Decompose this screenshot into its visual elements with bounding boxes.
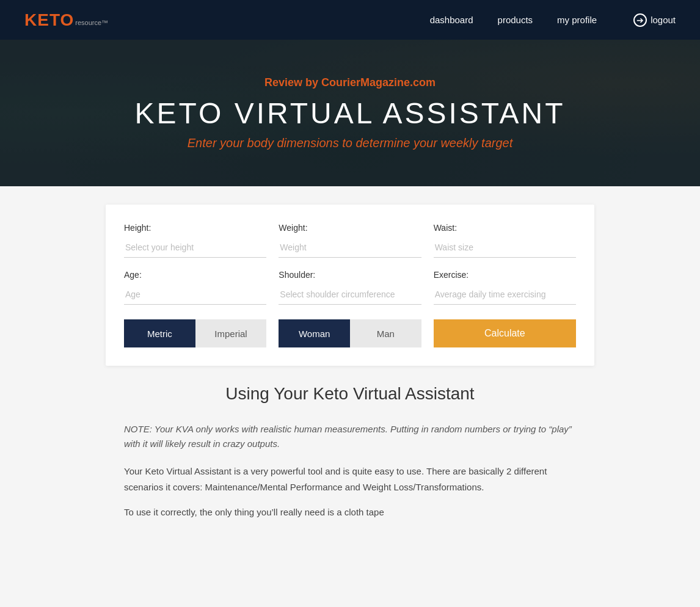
shoulder-group: Shoulder: (279, 270, 421, 305)
navigation: KETO resource™ dashboard products my pro… (0, 0, 700, 40)
btn-calculate[interactable]: Calculate (434, 319, 576, 347)
unit-toggle-group: Metric Imperial (124, 319, 266, 347)
height-group: Height: (124, 223, 266, 258)
content-para-1: Your Keto Virtual Assistant is a very po… (124, 463, 576, 495)
exercise-label: Exercise: (434, 270, 576, 280)
logout-label: logout (651, 15, 676, 25)
nav-item-my-profile[interactable]: my profile (557, 15, 597, 26)
shoulder-input[interactable] (279, 285, 421, 305)
waist-input[interactable] (434, 238, 576, 258)
nav-link-my-profile[interactable]: my profile (557, 15, 597, 25)
logo: KETO resource™ (24, 10, 108, 30)
shoulder-label: Shoulder: (279, 270, 421, 280)
btn-man[interactable]: Man (350, 319, 421, 347)
nav-item-dashboard[interactable]: dashboard (430, 15, 473, 26)
hero-content: Review by CourierMagazine.com KETO VIRTU… (134, 76, 565, 150)
calculate-group: Calculate (434, 319, 576, 347)
weight-label: Weight: (279, 223, 421, 233)
nav-links: dashboard products my profile (430, 15, 597, 26)
weight-input[interactable] (279, 238, 421, 258)
logout-icon: ➔ (633, 13, 647, 27)
height-label: Height: (124, 223, 266, 233)
hero-title: KETO VIRTUAL ASSISTANT (134, 96, 565, 130)
nav-link-products[interactable]: products (498, 15, 533, 25)
age-input[interactable] (124, 285, 266, 305)
exercise-input[interactable] (434, 285, 576, 305)
exercise-group: Exercise: (434, 270, 576, 305)
hero-subtitle: Enter your body dimensions to determine … (134, 136, 565, 150)
form-grid: Height: Weight: Waist: Age: Shoulder: Ex… (124, 223, 576, 305)
content-section: Using Your Keto Virtual Assistant NOTE: … (112, 384, 588, 520)
logo-keto: KETO (24, 10, 74, 29)
nav-link-dashboard[interactable]: dashboard (430, 15, 473, 25)
nav-item-products[interactable]: products (498, 15, 533, 26)
button-rows: Metric Imperial Woman Man Calculate (124, 319, 576, 347)
logout-button[interactable]: ➔ logout (633, 13, 676, 27)
btn-woman[interactable]: Woman (279, 319, 350, 347)
hero-review: Review by CourierMagazine.com (134, 76, 565, 89)
hero-section: Review by CourierMagazine.com KETO VIRTU… (0, 40, 700, 186)
logo-text: KETO (24, 10, 74, 30)
height-input[interactable] (124, 238, 266, 258)
weight-group: Weight: (279, 223, 421, 258)
content-title: Using Your Keto Virtual Assistant (124, 384, 576, 404)
gender-toggle-group: Woman Man (279, 319, 421, 347)
content-note: NOTE: Your KVA only works with realistic… (124, 422, 576, 451)
content-para-2: To use it correctly, the only thing you’… (124, 504, 576, 520)
kva-form: Height: Weight: Waist: Age: Shoulder: Ex… (106, 205, 594, 366)
logo-resource: resource™ (75, 19, 108, 26)
waist-group: Waist: (434, 223, 576, 258)
waist-label: Waist: (434, 223, 576, 233)
age-label: Age: (124, 270, 266, 280)
age-group: Age: (124, 270, 266, 305)
btn-metric[interactable]: Metric (124, 319, 195, 347)
btn-imperial[interactable]: Imperial (195, 319, 267, 347)
